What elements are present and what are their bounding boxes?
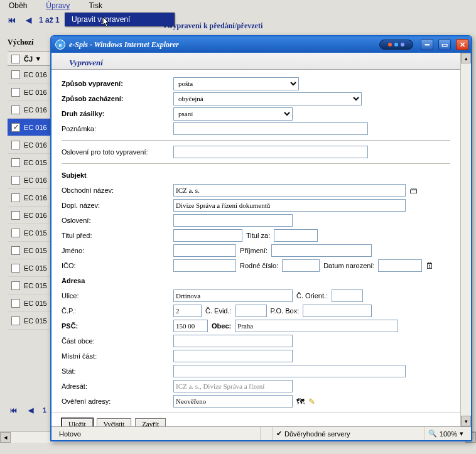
vscroll-down-icon[interactable]: ▾: [461, 416, 471, 426]
row-label: EC 015: [24, 229, 47, 237]
menu-upravy[interactable]: Úpravy: [46, 1, 70, 10]
status-zoom[interactable]: 🔍 100% ▾: [424, 427, 467, 440]
heading-subjekt: Subjekt: [62, 171, 170, 179]
input-ulice[interactable]: [173, 289, 293, 302]
row-checkbox[interactable]: [11, 299, 20, 308]
input-po-box[interactable]: [303, 305, 372, 317]
label-psc: PSČ:: [62, 322, 170, 330]
input-poznamka[interactable]: [173, 122, 368, 135]
input-cast-obce[interactable]: [173, 335, 293, 347]
row-checkbox[interactable]: [11, 246, 20, 255]
calendar-icon[interactable]: 🗓: [426, 261, 434, 271]
ie-logo-icon: e: [55, 40, 65, 50]
row-checkbox[interactable]: [11, 158, 20, 167]
titlebar[interactable]: e e-Spis - Windows Internet Explorer ━ ▭…: [51, 36, 471, 53]
minimize-button[interactable]: ━: [421, 39, 433, 50]
footer-nav: ⏮ ◀ 1: [8, 405, 46, 415]
row-label: EC 015: [24, 317, 47, 325]
input-obec[interactable]: [235, 320, 398, 332]
input-mistni-cast[interactable]: [173, 350, 293, 362]
label-adresat: Adresát:: [62, 382, 170, 390]
input-stat[interactable]: [173, 365, 406, 377]
ie-window: e e-Spis - Windows Internet Explorer ━ ▭…: [50, 35, 472, 441]
view-label: Výchozí: [8, 38, 33, 47]
save-button[interactable]: Uložit: [62, 418, 93, 426]
button-row: Uložit Vyčistit Zavřít: [51, 413, 460, 426]
input-dopl-nazev[interactable]: [173, 199, 406, 212]
menu-tooltip[interactable]: Upravit vypravení: [65, 13, 175, 26]
input-ico[interactable]: [173, 259, 236, 272]
label-osloveni-toto: Oslovení pro toto vypravení:: [62, 148, 170, 156]
row-checkbox[interactable]: [11, 70, 20, 79]
row-checkbox[interactable]: [11, 264, 20, 273]
vscroll-up-icon[interactable]: ▴: [461, 53, 471, 63]
row-checkbox[interactable]: [11, 316, 20, 325]
edit-icon[interactable]: ✎: [308, 397, 315, 406]
panel-title: Vypravení: [51, 53, 460, 70]
input-osloveni[interactable]: [173, 214, 293, 227]
label-stat: Stát:: [62, 367, 170, 375]
nav-prev-icon[interactable]: ◀: [23, 15, 34, 25]
label-titul-za: Titul za:: [246, 232, 270, 239]
row-label: EC 015: [24, 247, 47, 254]
menu-tisk[interactable]: Tisk: [89, 1, 102, 10]
input-titul-za[interactable]: [274, 229, 318, 242]
select-all-checkbox[interactable]: [11, 55, 20, 63]
label-mistni-cast: Místní část:: [62, 352, 170, 360]
row-checkbox[interactable]: [11, 176, 20, 185]
row-label: EC 015: [24, 300, 47, 307]
verify-address-icon[interactable]: 🗺: [296, 397, 305, 406]
row-checkbox[interactable]: [11, 123, 20, 132]
window-close-button[interactable]: ✕: [456, 39, 468, 50]
input-psc[interactable]: [173, 320, 208, 332]
row-label: EC 016: [24, 71, 47, 78]
row-label: EC 016: [24, 106, 47, 114]
row-checkbox[interactable]: [11, 193, 20, 202]
col-cj[interactable]: ČJ: [24, 55, 33, 63]
select-zpusob-vypraveni[interactable]: pošta: [173, 77, 299, 90]
row-checkbox[interactable]: [11, 211, 20, 220]
chevron-down-icon: ▾: [460, 430, 463, 438]
select-druh-zasilky[interactable]: psaní: [173, 107, 293, 121]
input-c-evid[interactable]: [235, 305, 267, 317]
menu-obeh[interactable]: Oběh: [9, 1, 27, 10]
label-c-evid: Č. Evid.:: [205, 307, 232, 315]
label-obec: Obec:: [212, 322, 231, 330]
lookup-subjekt-icon[interactable]: 🗃: [409, 186, 418, 195]
row-checkbox[interactable]: [11, 281, 20, 290]
input-jmeno[interactable]: [173, 244, 236, 257]
row-checkbox[interactable]: [11, 88, 20, 97]
close-button[interactable]: Zavřít: [135, 418, 166, 426]
hscroll-left-icon[interactable]: ◂: [0, 432, 11, 443]
input-c-orient[interactable]: [332, 289, 363, 302]
select-zpusob-zachazeni[interactable]: obyčejná: [173, 92, 362, 105]
input-cp[interactable]: [173, 305, 202, 317]
input-prijmeni[interactable]: [271, 244, 372, 257]
label-titul-pred: Titul před:: [62, 232, 170, 239]
label-datum-narozeni: Datum narození:: [323, 262, 374, 269]
nav-first-icon[interactable]: ⏮: [6, 15, 18, 25]
row-label: EC 016: [24, 176, 47, 184]
app-menu: Oběh Úpravy Tisk: [0, 0, 476, 11]
zoom-icon: 🔍: [428, 430, 437, 438]
range-label: 1 až 1: [39, 16, 60, 24]
input-obchodni-nazev[interactable]: [173, 184, 406, 197]
input-osloveni-toto[interactable]: [173, 146, 368, 158]
row-checkbox[interactable]: [11, 229, 20, 237]
input-overeni[interactable]: [173, 395, 293, 408]
label-dopl-nazev: Dopl. název:: [62, 202, 170, 209]
footer-first-icon[interactable]: ⏮: [8, 405, 19, 415]
status-zone: ✔ Důvěryhodné servery: [272, 427, 354, 440]
input-rodne-cislo[interactable]: [282, 259, 320, 272]
row-label: EC 016: [24, 212, 47, 219]
input-datum-narozeni[interactable]: [378, 259, 422, 272]
status-hotovo: Hotovo: [55, 427, 256, 440]
maximize-button[interactable]: ▭: [438, 39, 451, 50]
row-label: EC 016: [24, 89, 47, 96]
row-checkbox[interactable]: [11, 141, 20, 149]
input-titul-pred[interactable]: [173, 229, 242, 242]
footer-prev-icon[interactable]: ◀: [25, 405, 36, 415]
row-checkbox[interactable]: [11, 105, 20, 114]
modal-vscrollbar[interactable]: ▴ ▾: [460, 53, 471, 426]
clear-button[interactable]: Vyčistit: [97, 418, 132, 426]
